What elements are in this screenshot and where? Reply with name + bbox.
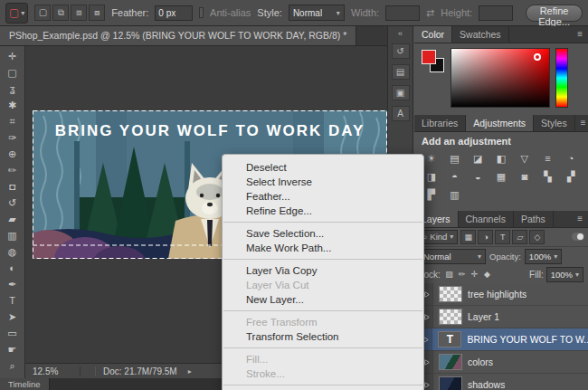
refine-edge-button[interactable]: Refine Edge... (526, 5, 583, 22)
intersect-selection-icon[interactable]: ⧇ (89, 5, 105, 21)
menu-item-free-transform[interactable]: Free Transform (223, 315, 423, 329)
add-to-selection-icon[interactable]: ⧉ (52, 5, 69, 21)
lock-transparent-pixels-icon[interactable]: ▨ (443, 269, 455, 281)
menu-item-layer-via-cut[interactable]: Layer Via Cut (223, 278, 423, 292)
rectangular-marquee-tool[interactable]: ▢ (2, 64, 24, 81)
layer-thumbnail[interactable] (439, 309, 462, 325)
filter-type-layers-icon[interactable]: T (495, 230, 510, 244)
new-selection-icon[interactable]: ▢ (34, 5, 51, 21)
levels-adjustment-icon[interactable]: ▤ (443, 151, 467, 166)
collapsed-history-panel-icon[interactable]: ↺ (392, 43, 410, 59)
fill-value[interactable]: 100% ▾ (546, 267, 583, 282)
style-select[interactable]: Normal ▾ (289, 5, 345, 21)
layer-row-bring-your-wolf-to-w[interactable]: T BRING YOUR WOLF TO W... (414, 328, 588, 351)
quick-selection-tool[interactable]: ✱ (2, 97, 24, 113)
posterize-adjustment-icon[interactable]: ▚ (536, 169, 560, 185)
layer-row-tree-highlights[interactable]: tree highlights (414, 283, 588, 306)
panel-menu-icon[interactable]: ≡ (572, 26, 588, 43)
history-brush-tool[interactable]: ↺ (2, 195, 24, 211)
tab-timeline[interactable]: Timeline (0, 378, 50, 390)
menu-item-refine-edge[interactable]: Refine Edge... (223, 204, 423, 218)
path-selection-tool[interactable]: ➤ (2, 309, 24, 325)
horizontal-type-tool[interactable]: T (2, 292, 24, 309)
lock-all-icon[interactable]: ◆ (481, 269, 493, 281)
crop-tool[interactable]: ⌗ (2, 113, 24, 129)
menu-item-feather[interactable]: Feather... (223, 189, 423, 204)
threshold-adjustment-icon[interactable]: ▞ (559, 169, 583, 185)
tab-libraries[interactable]: Libraries (414, 115, 466, 131)
filter-smart-objects-icon[interactable]: ◇ (529, 230, 545, 244)
collapsed-character-panel-icon[interactable]: A (392, 106, 410, 121)
expand-panels-chevron-icon[interactable]: « (398, 29, 403, 38)
lock-position-icon[interactable]: ✛ (469, 269, 480, 281)
photo-filter-adjustment-icon[interactable]: ◓ (443, 169, 467, 185)
feather-input[interactable] (155, 5, 193, 21)
eraser-tool[interactable]: ▰ (2, 211, 24, 227)
menu-item-fill[interactable]: Fill... (223, 352, 423, 366)
layer-row-layer-1[interactable]: Layer 1 (414, 306, 588, 328)
hand-tool[interactable]: ☛ (2, 341, 24, 357)
saturation-brightness-field[interactable] (450, 48, 550, 108)
pen-tool[interactable]: ✒ (2, 276, 24, 292)
zoom-tool[interactable]: ⌕ (2, 357, 24, 374)
brush-tool[interactable]: ✏ (2, 162, 24, 178)
blend-mode-select[interactable]: Normal ▾ (419, 249, 486, 264)
tool-preset-picker[interactable]: ▢ ▾ (5, 3, 28, 24)
panel-menu-icon[interactable]: ≡ (575, 115, 588, 131)
layer-row-shadows[interactable]: shadows (414, 374, 588, 390)
clone-stamp-tool[interactable]: ◘ (2, 178, 24, 195)
status-popup-arrow-icon[interactable]: ▸ (188, 367, 192, 376)
collapsed-info-panel-icon[interactable]: ▣ (392, 85, 410, 100)
tab-adjustments[interactable]: Adjustments (466, 115, 534, 131)
color-balance-adjustment-icon[interactable]: ◔ (559, 151, 583, 166)
layer-row-colors[interactable]: colors (414, 351, 588, 374)
tab-swatches[interactable]: Swatches (452, 26, 509, 43)
opacity-value[interactable]: 100% ▾ (525, 249, 562, 264)
layer-thumbnail[interactable] (439, 286, 462, 302)
eyedropper-tool[interactable]: ✑ (2, 129, 24, 146)
blur-tool[interactable]: ◍ (2, 243, 24, 260)
menu-item-make-work-path[interactable]: Make Work Path... (223, 241, 423, 255)
zoom-level-field[interactable]: 12.5% (25, 366, 81, 376)
vibrance-adjustment-icon[interactable]: ▽ (513, 151, 536, 166)
lock-image-pixels-icon[interactable]: ✏ (456, 269, 468, 281)
layer-thumbnail[interactable]: T (438, 331, 461, 347)
subtract-from-selection-icon[interactable]: ⧈ (71, 5, 87, 21)
lasso-tool[interactable]: ʓ (2, 81, 24, 97)
hue-saturation-adjustment-icon[interactable]: ≡ (536, 151, 560, 166)
gradient-map-adjustment-icon[interactable]: ▥ (443, 187, 467, 203)
anti-alias-checkbox[interactable] (199, 7, 204, 18)
menu-item-transform-selection[interactable]: Transform Selection (223, 329, 423, 344)
filter-pixel-layers-icon[interactable]: ▦ (460, 230, 476, 244)
layer-thumbnail[interactable] (439, 354, 462, 370)
filter-group-layers-icon[interactable]: ▱ (512, 230, 527, 244)
width-height-link-icon[interactable]: ⇄ (426, 7, 434, 19)
curves-adjustment-icon[interactable]: ◪ (466, 151, 489, 166)
invert-adjustment-icon[interactable]: ◙ (513, 169, 536, 185)
menu-item-new-layer[interactable]: New Layer... (223, 292, 423, 307)
dodge-tool[interactable]: ◐ (2, 260, 24, 276)
panel-menu-icon[interactable]: ≡ (572, 211, 588, 227)
move-tool[interactable]: ✛ (2, 48, 24, 64)
channel-mixer-adjustment-icon[interactable]: ◒ (466, 169, 489, 185)
tab-paths[interactable]: Paths (514, 211, 554, 227)
rectangle-shape-tool[interactable]: ▭ (2, 325, 24, 341)
menu-item-select-inverse[interactable]: Select Inverse (223, 175, 423, 189)
tab-color[interactable]: Color (414, 26, 452, 43)
menu-item-save-selection[interactable]: Save Selection... (223, 226, 423, 241)
spot-healing-brush-tool[interactable]: ⊕ (2, 146, 24, 162)
gradient-tool[interactable]: ▥ (2, 227, 24, 243)
tab-styles[interactable]: Styles (534, 115, 575, 131)
hue-slider[interactable] (555, 48, 568, 108)
tab-channels[interactable]: Channels (459, 211, 514, 227)
foreground-color-swatch[interactable] (422, 50, 436, 64)
exposure-adjustment-icon[interactable]: ◧ (489, 151, 513, 166)
height-input[interactable] (479, 5, 513, 21)
document-tab[interactable]: PShop_Example.psd @ 12.5% (BRING YOUR WO… (0, 26, 356, 45)
menu-item-deselect[interactable]: Deselect (223, 160, 423, 175)
layer-thumbnail[interactable] (439, 376, 462, 390)
width-input[interactable] (385, 5, 420, 21)
collapsed-properties-panel-icon[interactable]: ▤ (392, 64, 410, 80)
filter-adjustment-layers-icon[interactable]: ◑ (478, 230, 493, 244)
menu-item-layer-via-copy[interactable]: Layer Via Copy (223, 263, 423, 278)
